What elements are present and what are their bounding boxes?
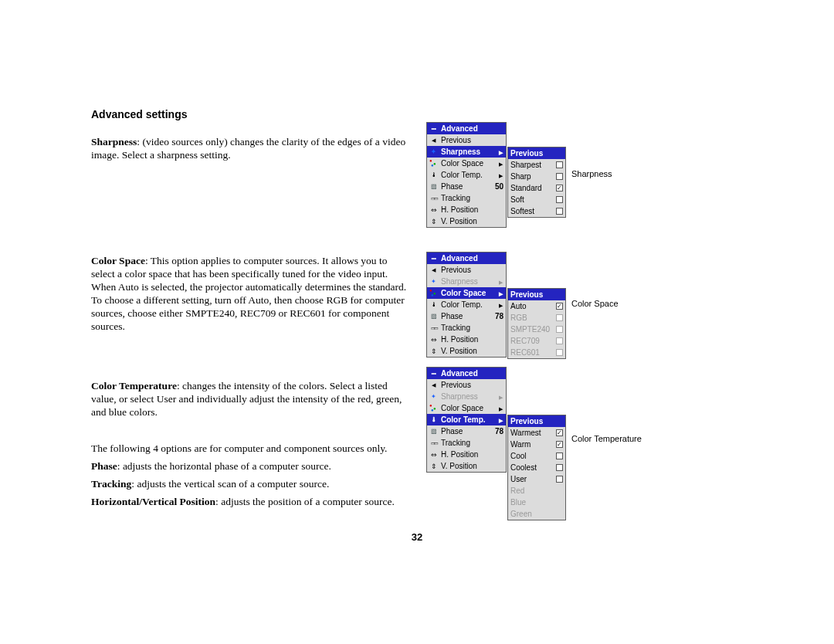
menu-item-colorspace[interactable]: ●Color Space [427, 158, 506, 169]
menu-item-tracking[interactable]: Tracking [427, 437, 506, 449]
menu-group-colortemp: Advanced Previous Sharpness ●Color Space… [426, 367, 566, 520]
sharpness-icon [429, 392, 438, 401]
menu-item-colortemp[interactable]: Color Temp. [427, 169, 506, 181]
radio-icon [556, 349, 563, 356]
term-tracking: Tracking [91, 478, 131, 490]
menu-item-label: H. Position [441, 205, 503, 214]
back-icon [429, 266, 438, 274]
submenu-sharpness: Previous Sharpest Sharp Standard Soft So… [507, 147, 566, 218]
menu-advanced-2: Advanced Previous Sharpness ●Color Space… [426, 252, 507, 358]
menu-item-sharpness-disabled: Sharpness [427, 276, 506, 287]
vpos-icon [429, 462, 438, 470]
submenu-item-rgb-disabled: RGB [508, 312, 565, 324]
chevron-right-icon [497, 277, 503, 286]
radio-checked-icon [556, 441, 563, 448]
submenu-item-label: Soft [510, 195, 553, 204]
term-colorspace: Color Space [91, 255, 145, 266]
radio-icon [556, 476, 563, 483]
text-sharpness: : (video sources only) changes the clari… [91, 136, 405, 161]
submenu-item-label: Softest [510, 207, 553, 215]
chevron-right-icon [497, 159, 503, 168]
menu-item-colortemp[interactable]: Color Temp. [427, 414, 506, 425]
submenu-item-label: Warm [510, 440, 553, 449]
submenu-title: Previous [508, 415, 565, 427]
menu-item-previous[interactable]: Previous [427, 134, 506, 146]
menu-title: Advanced [427, 253, 506, 264]
submenu-item-warmest[interactable]: Warmest [508, 427, 565, 439]
submenu-item-label: RGB [510, 314, 553, 322]
menu-item-hpos[interactable]: H. Position [427, 204, 506, 215]
section-heading: Advanced settings [91, 108, 408, 121]
menu-item-label: Sharpness [441, 392, 494, 401]
menu-title-label: Advanced [441, 369, 503, 378]
submenu-item-cool[interactable]: Cool [508, 450, 565, 462]
submenu-item-label: User [510, 475, 553, 483]
menu-item-phase[interactable]: Phase78 [427, 310, 506, 322]
submenu-item-label: Sharpest [510, 161, 553, 169]
submenu-item-rec709-disabled: REC709 [508, 335, 565, 347]
submenu-item-label: REC709 [510, 337, 553, 345]
submenu-item-label: Warmest [510, 429, 553, 437]
dots-icon [429, 124, 438, 133]
radio-checked-icon [556, 303, 563, 310]
submenu-title-label: Previous [510, 417, 563, 425]
menu-item-label: Color Temp. [441, 300, 494, 309]
colortemp-icon [429, 171, 438, 179]
menu-group-colorspace: Advanced Previous Sharpness ●Color Space… [426, 252, 566, 359]
submenu-item-user[interactable]: User [508, 473, 565, 485]
menu-item-sharpness[interactable]: Sharpness [427, 146, 506, 158]
submenu-item-softest[interactable]: Softest [508, 205, 565, 217]
submenu-item-warm[interactable]: Warm [508, 439, 565, 450]
menu-item-vpos[interactable]: V. Position [427, 215, 506, 227]
term-hvpos: Horizontal/Vertical Position [91, 496, 215, 507]
menu-item-vpos[interactable]: V. Position [427, 345, 506, 357]
radio-icon [556, 452, 563, 459]
hpos-icon [429, 450, 438, 459]
submenu-item-sharp[interactable]: Sharp [508, 171, 565, 182]
radio-icon [556, 173, 563, 180]
submenu-colortemp: Previous Warmest Warm Cool Coolest User … [507, 415, 566, 520]
term-sharpness: Sharpness [91, 136, 137, 147]
radio-icon [556, 161, 563, 168]
menu-item-value: 50 [490, 182, 503, 191]
submenu-item-auto[interactable]: Auto [508, 300, 565, 312]
tracking-icon [429, 194, 438, 202]
menu-item-tracking[interactable]: Tracking [427, 322, 506, 334]
menu-item-phase[interactable]: Phase78 [427, 425, 506, 437]
menu-item-colortemp[interactable]: Color Temp. [427, 299, 506, 310]
radio-icon [556, 314, 563, 321]
menu-item-vpos[interactable]: V. Position [427, 460, 506, 472]
menu-item-previous[interactable]: Previous [427, 264, 506, 276]
submenu-item-soft[interactable]: Soft [508, 194, 565, 205]
menu-item-hpos[interactable]: H. Position [427, 449, 506, 460]
chevron-right-icon [497, 147, 503, 156]
menu-item-label: Color Temp. [441, 171, 494, 179]
submenu-item-coolest[interactable]: Coolest [508, 462, 565, 473]
chevron-right-icon [497, 392, 503, 401]
menu-item-colorspace[interactable]: ●Color Space [427, 287, 506, 299]
back-icon [429, 136, 438, 144]
menu-item-colorspace[interactable]: ●Color Space [427, 402, 506, 414]
radio-icon [556, 464, 563, 471]
menu-item-label: Color Space [441, 159, 494, 168]
chevron-right-icon [497, 415, 503, 424]
tracking-icon [429, 439, 438, 447]
menu-item-label: Sharpness [441, 147, 494, 156]
menu-item-label: Color Temp. [441, 415, 494, 424]
vpos-icon [429, 217, 438, 225]
chevron-right-icon [497, 300, 503, 309]
menu-advanced-3: Advanced Previous Sharpness ●Color Space… [426, 367, 507, 473]
menu-item-tracking[interactable]: Tracking [427, 192, 506, 204]
menu-item-phase[interactable]: Phase50 [427, 181, 506, 192]
radio-icon [556, 196, 563, 203]
submenu-item-sharpest[interactable]: Sharpest [508, 159, 565, 171]
colorspace-icon: ● [429, 159, 438, 168]
submenu-title: Previous [508, 147, 565, 159]
menu-item-previous[interactable]: Previous [427, 379, 506, 391]
menu-item-hpos[interactable]: H. Position [427, 334, 506, 345]
text-hvpos: : adjusts the position of a computer sou… [215, 496, 395, 507]
submenu-item-red-disabled: Red [508, 485, 565, 497]
submenu-item-standard[interactable]: Standard [508, 182, 565, 194]
sharpness-icon [429, 147, 438, 156]
chevron-right-icon [497, 404, 503, 412]
